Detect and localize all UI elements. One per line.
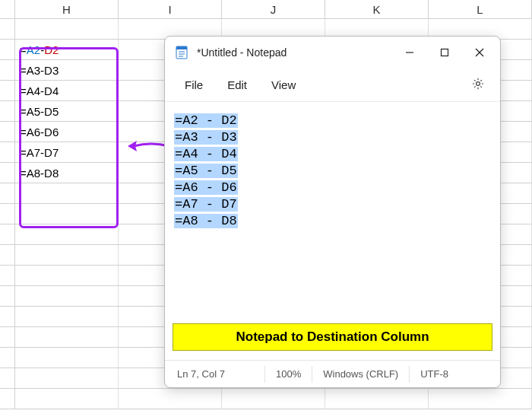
cell[interactable] [15,327,119,347]
annotation-label: Notepad to Destination Column [173,323,492,351]
cell[interactable] [15,266,119,285]
cell[interactable] [15,286,119,306]
col-header-h[interactable]: H [15,0,119,18]
cell[interactable] [15,348,119,368]
status-encoding: UTF-8 [410,366,459,383]
cell[interactable]: =A5-D5 [15,101,119,121]
row-header[interactable] [0,266,15,285]
editor-line: =A8 - D8 [174,213,491,230]
status-position: Ln 7, Col 7 [166,366,265,383]
cell[interactable] [15,368,119,388]
cell[interactable] [325,389,429,409]
cell[interactable] [15,307,119,326]
col-header-i[interactable]: I [119,0,222,18]
svg-rect-6 [442,49,448,56]
editor-line: =A5 - D5 [174,163,491,180]
cell[interactable] [15,245,119,265]
cell[interactable] [119,389,222,409]
status-zoom[interactable]: 100% [265,366,312,383]
row-header[interactable] [0,60,15,80]
row-header[interactable] [0,19,15,39]
row-header[interactable] [0,389,15,409]
corner-cell [0,0,15,18]
editor-line: =A2 - D2 [174,113,491,129]
editor-line: =A7 - D7 [174,196,491,213]
row-header[interactable] [0,204,15,224]
editor-line: =A4 - D4 [174,146,491,163]
col-header-k[interactable]: K [325,0,429,18]
text-editor[interactable]: =A2 - D2=A3 - D3=A4 - D4=A5 - D5=A6 - D6… [165,102,500,360]
close-button[interactable] [462,39,497,66]
sheet-row [0,389,532,409]
svg-point-9 [477,81,480,85]
row-header[interactable] [0,81,15,100]
gear-icon [471,77,485,94]
minimize-button[interactable] [392,39,427,66]
window-controls [392,39,497,66]
cell[interactable] [222,389,325,409]
cell[interactable]: =A3-D3 [15,60,119,80]
status-eol: Windows (CRLF) [312,366,410,383]
statusbar: Ln 7, Col 7 100% Windows (CRLF) UTF-8 [165,360,500,387]
notepad-icon [174,45,189,60]
menubar: File Edit View [165,68,500,102]
notepad-window: *Untitled - Notepad File Edit View [164,36,501,388]
row-header[interactable] [0,224,15,244]
row-header[interactable] [0,163,15,183]
row-header[interactable] [0,101,15,121]
cell[interactable] [15,224,119,244]
svg-rect-1 [176,46,187,49]
row-header[interactable] [0,348,15,368]
row-header[interactable] [0,122,15,142]
cell[interactable] [15,204,119,224]
cell[interactable] [15,19,119,39]
settings-button[interactable] [465,72,491,98]
column-headers: H I J K L [0,0,532,19]
window-title: *Untitled - Notepad [197,46,392,59]
cell[interactable]: =A4-D4 [15,81,119,100]
col-header-l[interactable]: L [429,0,532,18]
row-header[interactable] [0,183,15,203]
titlebar[interactable]: *Untitled - Notepad [165,37,500,68]
row-header[interactable] [0,327,15,347]
editor-line: =A6 - D6 [174,180,491,196]
cell[interactable]: =A7-D7 [15,142,119,162]
row-header[interactable] [0,368,15,388]
cell[interactable]: =A6-D6 [15,122,119,142]
menu-file[interactable]: File [174,74,214,96]
col-header-j[interactable]: J [222,0,325,18]
cell[interactable] [15,183,119,203]
editor-line: =A3 - D3 [174,129,491,146]
cell[interactable]: =A2-D2 [15,40,119,59]
maximize-button[interactable] [427,39,462,66]
menu-view[interactable]: View [261,74,306,96]
row-header[interactable] [0,245,15,265]
cell[interactable] [15,389,119,409]
menu-edit[interactable]: Edit [217,74,258,96]
row-header[interactable] [0,142,15,162]
row-header[interactable] [0,286,15,306]
cell[interactable] [429,389,532,409]
row-header[interactable] [0,307,15,326]
row-header[interactable] [0,40,15,59]
cell[interactable]: =A8-D8 [15,163,119,183]
